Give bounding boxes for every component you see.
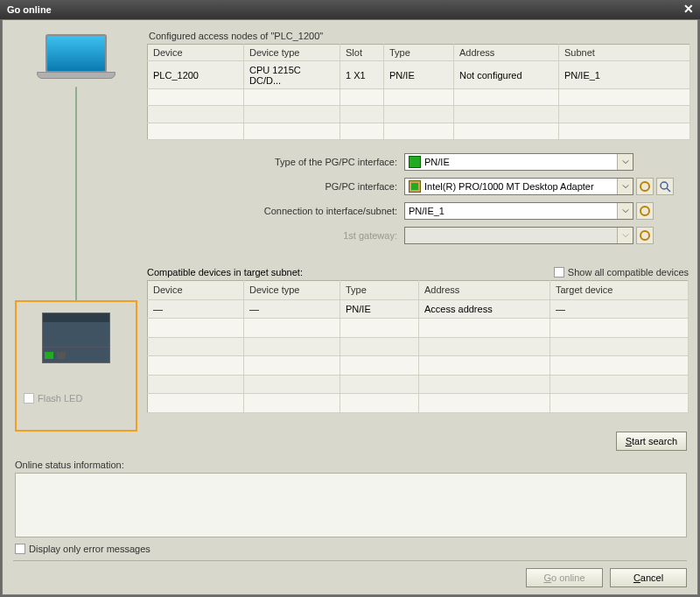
gateway-select [404, 227, 634, 244]
pgpc-interface-label: PG/PC interface: [147, 181, 404, 192]
cancel-button[interactable]: Cancel [610, 568, 687, 587]
connection-select[interactable]: PN/IE_1 [404, 202, 634, 220]
titlebar: Go online ✕ [0, 0, 700, 19]
nic-icon [409, 180, 421, 193]
pgpc-interface-select[interactable]: Intel(R) PRO/1000 MT Desktop Adapter [404, 178, 634, 195]
compatible-heading: Compatible devices in target subnet: [147, 267, 303, 277]
pnie-icon [409, 156, 421, 168]
chevron-down-icon[interactable] [617, 154, 633, 170]
col-type: Type [340, 281, 419, 300]
chevron-down-icon[interactable] [617, 179, 633, 194]
window-title: Go online [7, 4, 52, 15]
type-interface-label: Type of the PG/PC interface: [147, 157, 404, 167]
svg-point-1 [661, 182, 668, 189]
svg-point-0 [640, 182, 649, 191]
compatible-table[interactable]: Device Device type Type Address Target d… [147, 280, 689, 413]
col-device: Device [148, 45, 244, 61]
status-section: Online status information: [15, 460, 687, 537]
plc-device-icon [42, 313, 110, 363]
flash-led-label: Flash LED [38, 393, 82, 404]
configured-table[interactable]: Device Device type Slot Type Address Sub… [147, 44, 690, 140]
go-online-button[interactable]: Go online [526, 568, 603, 587]
chevron-down-icon[interactable] [617, 203, 633, 219]
flash-led-checkbox: Flash LED [17, 393, 136, 404]
status-label: Online status information: [15, 460, 687, 470]
configure-interface-button[interactable] [636, 178, 654, 195]
configured-heading: Configured access nodes of "PLC_1200" [149, 31, 690, 41]
col-target: Target device [550, 281, 689, 300]
svg-line-2 [667, 188, 670, 192]
col-addr: Address [419, 281, 550, 300]
footer-buttons: Go online Cancel [526, 568, 687, 587]
compatible-section: Compatible devices in target subnet: Sho… [147, 267, 689, 413]
table-row[interactable]: — — PN/IE Access address — [148, 299, 689, 319]
dialog-content: Flash LED Configured access nodes of "PL… [2, 19, 698, 595]
connection-line-icon [75, 87, 77, 309]
start-search-button[interactable]: Start search [616, 432, 687, 451]
configured-section: Configured access nodes of "PLC_1200" De… [147, 31, 690, 140]
gateway-label: 1st gateway: [147, 230, 404, 241]
show-all-checkbox[interactable]: Show all compatible devices [554, 267, 689, 277]
col-devtype: Device type [244, 281, 340, 300]
close-icon[interactable]: ✕ [681, 3, 696, 17]
search-interface-button[interactable] [656, 178, 674, 195]
gateway-config-button [636, 227, 654, 244]
col-addr: Address [454, 45, 559, 61]
laptop-icon [37, 34, 116, 87]
divider [13, 560, 687, 561]
col-device: Device [148, 281, 244, 300]
connection-label: Connection to interface/subnet: [147, 206, 404, 216]
svg-point-4 [640, 231, 649, 240]
pc-pane [15, 31, 137, 309]
interface-section: Type of the PG/PC interface: PN/IE PG/PC… [147, 151, 689, 249]
status-list[interactable] [15, 473, 687, 537]
chevron-down-icon [617, 228, 633, 243]
error-only-checkbox[interactable]: Display only error messages [15, 544, 150, 554]
target-device-pane: Flash LED [15, 300, 137, 432]
svg-point-3 [640, 207, 649, 215]
col-devtype: Device type [244, 45, 340, 61]
type-interface-select[interactable]: PN/IE [404, 153, 634, 171]
col-slot: Slot [340, 45, 384, 61]
col-type: Type [384, 45, 454, 61]
col-subnet: Subnet [559, 45, 690, 61]
connection-config-button[interactable] [636, 202, 654, 220]
table-row[interactable]: PLC_1200 CPU 1215C DC/D... 1 X1 PN/IE No… [148, 61, 690, 88]
